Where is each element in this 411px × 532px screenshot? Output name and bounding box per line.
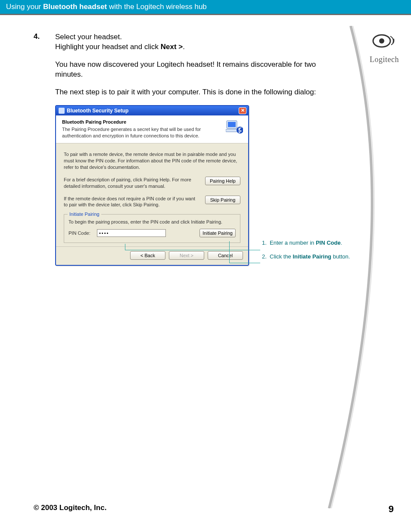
svg-rect-3 [228,122,236,127]
step-number: 4. [34,32,55,266]
callout-line-1v [125,244,125,250]
bluetooth-app-icon [59,108,65,114]
dialog-titlebar[interactable]: Bluetooth Security Setup ✕ [56,106,248,115]
callout-2: 2. Click the Initiate Pairing button. [262,253,391,260]
dialog-subtitle: Bluetooth Pairing Procedure [62,119,222,125]
initiate-instruction: To begin the pairing process, enter the … [68,219,236,225]
callout-2-post: button. [331,253,350,260]
header-bold: Bluetooth headset [43,3,107,11]
dialog-title: Bluetooth Security Setup [67,107,239,114]
pair-info-2: For a brief description of pairing, clic… [64,177,200,190]
header-suffix: with the Logitech wireless hub [107,3,207,11]
pairing-help-button[interactable]: Pairing Help [205,177,240,185]
pin-code-label: PIN Code: [68,230,93,236]
next-button[interactable]: Next > [169,251,204,260]
callout-1-pre: Enter a number in [270,240,316,246]
page-footer: © 2003 Logitech, Inc. 9 [34,504,394,515]
page-header: Using your Bluetooth headset with the Lo… [0,0,411,15]
step-line1b-post: . [183,43,185,51]
callout-1-post: . [341,240,342,246]
callout-line-2h [229,263,260,263]
fieldset-legend: Initiate Pairing [68,211,101,218]
skip-pairing-button[interactable]: Skip Pairing [205,196,240,204]
step-line1b-bold: Next > [161,43,183,51]
back-button[interactable]: < Back [130,251,165,260]
callout-1-num: 1. [262,240,270,246]
dialog-body: To pair with a remote device, the remote… [56,143,248,246]
initiate-pairing-group: Initiate Pairing To begin the pairing pr… [64,214,240,243]
close-icon: ✕ [241,108,245,113]
step-line1a: Select your headset. [55,33,122,41]
cancel-button[interactable]: Cancel [208,251,243,260]
header-prefix: Using your [6,3,43,11]
dialog-subdesc: The Pairing Procedure generates a secret… [62,127,201,138]
step-body: Select your headset. Highlight your head… [55,32,322,266]
step-para2: You have now discovered your Logitech he… [55,60,322,80]
initiate-pairing-button[interactable]: Initiate Pairing [199,229,236,237]
pin-code-input[interactable] [97,229,166,237]
callout-line-1h [125,250,260,250]
pair-info-3: If the remote device does not require a … [64,196,200,208]
computer-bluetooth-icon [226,119,243,134]
callout-1-bold: PIN Code [316,240,341,246]
step-para3: The next step is to pair it with your co… [55,87,322,97]
copyright: © 2003 Logitech, Inc. [34,504,106,515]
close-button[interactable]: ✕ [239,107,246,114]
dialog-header-panel: Bluetooth Pairing Procedure The Pairing … [56,115,248,144]
callouts: 1. Enter a number in PIN Code. 2. Click … [262,240,391,268]
page-number: 9 [389,504,394,515]
callout-line-2v [229,241,230,263]
pair-info-1: To pair with a remote device, the remote… [64,151,240,171]
dialog-footer: < Back Next > Cancel [56,246,248,265]
svg-rect-4 [226,129,238,132]
callout-1: 1. Enter a number in PIN Code. [262,240,391,246]
step-line1b-pre: Highlight your headset and click [55,43,161,51]
callout-2-pre: Click the [270,253,293,260]
callout-2-num: 2. [262,253,270,260]
page-content: 4. Select your headset. Highlight your h… [0,15,411,266]
callout-2-bold: Initiate Pairing [293,253,331,260]
bluetooth-security-dialog: Bluetooth Security Setup ✕ Bluetooth Pai… [55,105,249,266]
